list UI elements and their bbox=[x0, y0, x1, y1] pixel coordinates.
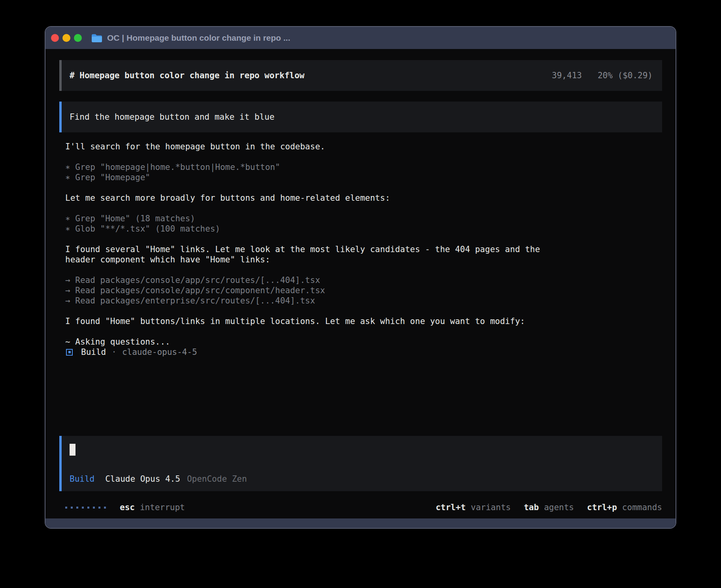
assistant-text-line: ~ Asking questions... bbox=[65, 337, 662, 347]
mode-label: Build bbox=[70, 474, 94, 484]
keyboard-hint: ctrl+pcommands bbox=[587, 502, 662, 513]
titlebar: OC | Homepage button color change in rep… bbox=[45, 27, 676, 49]
terminal-content: # Homepage button color change in repo w… bbox=[45, 49, 676, 518]
spinner-dot bbox=[65, 507, 67, 509]
conversation: I'll search for the homepage button in t… bbox=[59, 141, 662, 436]
agent-separator: · bbox=[111, 347, 117, 357]
spinner-dot bbox=[82, 507, 84, 509]
tool-call-line: → Read packages/enterprise/src/routes/[.… bbox=[65, 296, 662, 306]
assistant-text-line: header component which have "Home" links… bbox=[65, 254, 662, 265]
agent-name: Build bbox=[81, 347, 106, 357]
agent-status-icon bbox=[66, 349, 73, 356]
keyboard-hint: tabagents bbox=[524, 502, 574, 513]
hint-key: ctrl+t bbox=[436, 502, 466, 513]
hint-label: commands bbox=[622, 502, 662, 513]
hint-key: ctrl+p bbox=[587, 502, 617, 513]
assistant-text-line bbox=[65, 234, 662, 244]
hint-label: agents bbox=[544, 502, 574, 513]
esc-key-label: interrupt bbox=[140, 502, 185, 513]
traffic-lights bbox=[51, 34, 82, 42]
tool-call-line: → Read packages/console/app/src/routes/[… bbox=[65, 275, 662, 285]
prompt-input[interactable]: Build Claude Opus 4.5 OpenCode Zen bbox=[59, 436, 662, 491]
tool-call-line: ∗ Grep "Home" (18 matches) bbox=[65, 213, 662, 224]
session-header: # Homepage button color change in repo w… bbox=[59, 60, 662, 91]
window-bottom-strip bbox=[45, 518, 676, 528]
assistant-text-line bbox=[65, 265, 662, 275]
input-meta: Build Claude Opus 4.5 OpenCode Zen bbox=[70, 474, 654, 484]
spinner bbox=[65, 507, 106, 509]
session-title: # Homepage button color change in repo w… bbox=[70, 70, 304, 81]
text-cursor bbox=[70, 444, 75, 456]
close-button[interactable] bbox=[51, 34, 59, 42]
session-stats: 39,413 20% ($0.29) bbox=[552, 70, 653, 81]
assistant-text-line bbox=[65, 203, 662, 213]
spinner-dot bbox=[76, 507, 78, 509]
statusbar-left: esc interrupt bbox=[65, 502, 185, 513]
window-title: OC | Homepage button color change in rep… bbox=[107, 33, 290, 43]
agent-status-row: Build · claude-opus-4-5 bbox=[65, 347, 662, 357]
assistant-text-line: I found "Home" buttons/links in multiple… bbox=[65, 316, 662, 326]
esc-key-hint: esc bbox=[120, 502, 135, 513]
tool-call-line: ∗ Grep "homepage|home.*button|Home.*butt… bbox=[65, 162, 662, 172]
assistant-text-line: I found several "Home" links. Let me loo… bbox=[65, 244, 662, 254]
model-label: Claude Opus 4.5 bbox=[105, 474, 180, 484]
tool-call-line: ∗ Grep "Homepage" bbox=[65, 172, 662, 183]
agent-model-name: claude-opus-4-5 bbox=[122, 347, 197, 357]
tool-call-line: → Read packages/console/app/src/componen… bbox=[65, 285, 662, 296]
user-message-text: Find the homepage button and make it blu… bbox=[70, 112, 274, 122]
keyboard-hint: ctrl+tvariants bbox=[436, 502, 511, 513]
folder-icon bbox=[91, 34, 102, 43]
spinner-dot bbox=[71, 507, 73, 509]
assistant-text-line: Let me search more broadly for buttons a… bbox=[65, 193, 662, 203]
statusbar: esc interrupt ctrl+tvariantstabagentsctr… bbox=[59, 502, 662, 513]
minimize-button[interactable] bbox=[62, 34, 70, 42]
token-count: 39,413 bbox=[552, 70, 582, 81]
spinner-dot bbox=[87, 507, 89, 509]
hint-label: variants bbox=[471, 502, 511, 513]
spinner-dot bbox=[93, 507, 95, 509]
assistant-text-line bbox=[65, 183, 662, 193]
user-message: Find the homepage button and make it blu… bbox=[59, 102, 662, 132]
spinner-dot bbox=[104, 507, 106, 509]
provider-label: OpenCode Zen bbox=[187, 474, 247, 484]
statusbar-hints: ctrl+tvariantstabagentsctrl+pcommands bbox=[436, 502, 662, 513]
tool-call-line: ∗ Glob "**/*.tsx" (100 matches) bbox=[65, 224, 662, 234]
assistant-text-line bbox=[65, 306, 662, 316]
assistant-text-line: I'll search for the homepage button in t… bbox=[65, 141, 662, 152]
assistant-text-line bbox=[65, 326, 662, 337]
assistant-text-line bbox=[65, 152, 662, 162]
context-cost: 20% ($0.29) bbox=[598, 70, 653, 81]
terminal-window: OC | Homepage button color change in rep… bbox=[45, 26, 676, 529]
zoom-button[interactable] bbox=[74, 34, 82, 42]
hint-key: tab bbox=[524, 502, 539, 513]
spinner-dot bbox=[98, 507, 100, 509]
